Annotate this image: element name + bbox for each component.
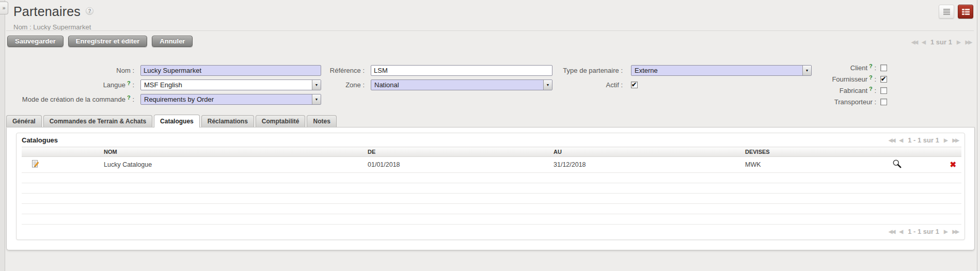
- catalogue-empty-rows: [22, 173, 961, 225]
- type-partenaire-label: Type de partenaire :: [552, 67, 623, 74]
- client-checkbox[interactable]: [880, 65, 887, 71]
- tab-catalogues[interactable]: Catalogues: [154, 115, 200, 127]
- pager-last-icon[interactable]: ▶▶: [953, 138, 958, 143]
- cell-de[interactable]: 01/01/2018: [366, 157, 551, 173]
- fabricant-label: Fabricant? :: [840, 87, 876, 94]
- nom-label: Nom :: [6, 67, 134, 74]
- form-view-button-active[interactable]: [958, 5, 973, 19]
- catalogues-footer: ◀◀ ◀ 1 - 1 sur 1 ▶ ▶▶: [17, 226, 965, 240]
- transporteur-row: Transporteur :: [631, 96, 887, 107]
- form-row: Langue? : MSF English▼ Zone : National▼ …: [6, 79, 638, 90]
- pager-count: 1 sur 1: [930, 38, 952, 46]
- partner-flags-column: Client? : Fournisseur? : Fabricant? : Tr…: [631, 62, 887, 107]
- chevron-down-icon: ▼: [312, 94, 321, 104]
- form-view-icon: [961, 8, 970, 15]
- empty-table-row: [22, 204, 961, 214]
- zone-select[interactable]: National▼: [371, 79, 552, 90]
- list-view-button[interactable]: [939, 5, 954, 19]
- empty-table-row: [22, 194, 961, 204]
- cell-au[interactable]: 31/12/2018: [551, 157, 743, 173]
- save-button[interactable]: Sauvegarder: [7, 36, 64, 47]
- cell-devises[interactable]: MWK: [743, 157, 879, 173]
- notebook-tabs: GénéralCommandes de Terrain & AchatsCata…: [6, 115, 338, 127]
- empty-table-row: [22, 173, 961, 183]
- reference-input[interactable]: [371, 65, 552, 76]
- form-toolbar: Sauvegarder Enregistrer et éditer Annule…: [7, 36, 193, 47]
- catalogues-title: Catalogues: [22, 136, 58, 144]
- pager-next-icon[interactable]: ▶: [957, 40, 961, 45]
- pager-last-icon[interactable]: ▶▶: [966, 40, 971, 45]
- col-nom[interactable]: NOM: [102, 147, 366, 157]
- tab-commandes[interactable]: Commandes de Terrain & Achats: [43, 115, 152, 127]
- help-icon[interactable]: ?: [869, 86, 873, 92]
- col-view: [879, 147, 915, 157]
- help-icon[interactable]: ?: [869, 63, 873, 69]
- pager-last-icon[interactable]: ▶▶: [953, 229, 958, 234]
- col-de[interactable]: DE: [366, 147, 551, 157]
- save-and-edit-button[interactable]: Enregistrer et éditer: [68, 36, 148, 47]
- transporteur-label: Transporteur :: [834, 98, 876, 106]
- tab-notes[interactable]: Notes: [307, 115, 336, 127]
- catalogues-fieldset: Catalogues ◀◀ ◀ 1 - 1 sur 1 ▶ ▶▶ NOM DE …: [16, 133, 965, 240]
- fabricant-checkbox[interactable]: [880, 87, 887, 94]
- mode-creation-select[interactable]: Requirements by Order▼: [140, 94, 321, 105]
- pager-next-icon[interactable]: ▶: [944, 138, 948, 143]
- tab-content-panel: Catalogues ◀◀ ◀ 1 - 1 sur 1 ▶ ▶▶ NOM DE …: [6, 127, 975, 250]
- chevron-down-icon: ▼: [543, 80, 552, 90]
- record-pager: ◀◀ ◀ 1 sur 1 ▶ ▶▶: [911, 38, 971, 46]
- title-help-icon[interactable]: ?: [86, 7, 93, 15]
- mode-creation-label: Mode de création de la commande? :: [6, 95, 134, 103]
- list-view-icon: [942, 8, 951, 15]
- edit-row-icon[interactable]: [31, 160, 39, 170]
- cancel-button[interactable]: Annuler: [152, 36, 193, 47]
- zone-label: Zone :: [321, 81, 365, 89]
- client-label: Client? :: [850, 64, 876, 72]
- table-row[interactable]: Lucky Catalogue 01/01/2018 31/12/2018 MW…: [22, 157, 961, 173]
- catalogues-header: Catalogues ◀◀ ◀ 1 - 1 sur 1 ▶ ▶▶: [17, 133, 965, 147]
- col-delete: [915, 147, 961, 157]
- langue-select[interactable]: MSF English▼: [140, 79, 321, 90]
- pager-next-icon[interactable]: ▶: [944, 229, 948, 234]
- help-icon[interactable]: ?: [127, 94, 131, 101]
- empty-table-row: [22, 183, 961, 194]
- collapsed-sidebar: [0, 0, 5, 271]
- catalogues-table: NOM DE AU DEVISES: [22, 147, 961, 225]
- fabricant-row: Fabricant? :: [631, 85, 887, 96]
- delete-row-icon[interactable]: ✖: [950, 160, 956, 169]
- help-icon[interactable]: ?: [127, 80, 131, 86]
- transporteur-checkbox[interactable]: [880, 99, 887, 105]
- tab-general[interactable]: Général: [6, 115, 42, 127]
- fournisseur-label: Fournisseur? :: [832, 75, 876, 83]
- pager-prev-icon[interactable]: ◀: [899, 229, 904, 234]
- fournisseur-checkbox[interactable]: [880, 76, 887, 83]
- pager-prev-icon[interactable]: ◀: [899, 138, 904, 143]
- langue-label: Langue? :: [6, 81, 134, 89]
- fournisseur-row: Fournisseur? :: [631, 73, 887, 85]
- pager-first-icon[interactable]: ◀◀: [889, 138, 894, 143]
- client-row: Client? :: [631, 62, 887, 73]
- pager-first-icon[interactable]: ◀◀: [889, 229, 894, 234]
- view-switcher: [939, 5, 973, 19]
- col-au[interactable]: AU: [551, 147, 743, 157]
- actif-label: Actif :: [552, 81, 623, 89]
- sidebar-expand-button[interactable]: »: [0, 2, 8, 14]
- form-row: Mode de création de la commande? : Requi…: [6, 93, 321, 105]
- reference-label: Référence :: [321, 67, 365, 74]
- pager-prev-icon[interactable]: ◀: [922, 40, 926, 45]
- empty-table-row: [22, 214, 961, 225]
- pager-count: 1 - 1 sur 1: [908, 228, 939, 235]
- help-icon[interactable]: ?: [869, 74, 873, 81]
- tab-reclamations[interactable]: Réclamations: [201, 115, 254, 127]
- header-divider: [6, 30, 974, 31]
- table-header-row: NOM DE AU DEVISES: [22, 147, 961, 157]
- cell-nom[interactable]: Lucky Catalogue: [102, 157, 366, 173]
- double-chevron-right-icon: »: [2, 5, 5, 11]
- view-row-magnifier-icon[interactable]: [892, 159, 902, 170]
- pager-first-icon[interactable]: ◀◀: [911, 40, 917, 45]
- record-breadcrumb: Nom : Lucky Supermarket: [13, 23, 91, 31]
- col-devises[interactable]: DEVISES: [743, 147, 879, 157]
- col-edit: [22, 147, 102, 157]
- page-title: Partenaires?: [13, 4, 93, 19]
- tab-comptabilite[interactable]: Comptabilité: [256, 115, 306, 127]
- nom-input[interactable]: [140, 65, 321, 76]
